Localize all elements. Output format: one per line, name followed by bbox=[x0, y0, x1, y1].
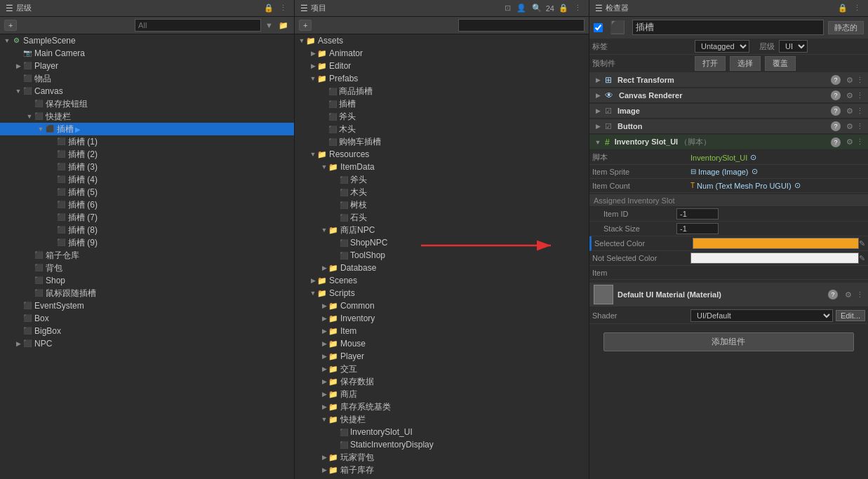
button-header[interactable]: ☑ Button ? ⚙ ⋮ bbox=[589, 119, 868, 134]
hierarchy-scene-btn[interactable]: 📁 bbox=[277, 21, 290, 30]
hierarchy-add-btn[interactable]: + bbox=[4, 20, 17, 31]
project-item-toolshop[interactable]: ⬛ ToolShop bbox=[295, 249, 589, 262]
hierarchy-more-btn[interactable]: ⋮ bbox=[278, 4, 288, 13]
inv-slot-ui-help[interactable]: ? bbox=[831, 137, 841, 147]
open-btn[interactable]: 打开 bbox=[695, 56, 726, 71]
hierarchy-item-bigbox[interactable]: ⬛ BigBox bbox=[0, 325, 294, 337]
inspector-lock-btn[interactable]: 🔒 bbox=[836, 4, 849, 13]
hierarchy-item-npc[interactable]: ⬛ NPC bbox=[0, 337, 294, 350]
project-item-common[interactable]: 📁 Common bbox=[295, 299, 589, 312]
project-item-database[interactable]: 📁 Database bbox=[295, 262, 589, 274]
selected-color-edit-icon[interactable]: ✎ bbox=[859, 239, 865, 248]
project-item-invslot-cs[interactable]: ⬛ InventorySlot_UI bbox=[295, 426, 589, 438]
project-item-kuaijielan-f[interactable]: 📁 快捷栏 bbox=[295, 413, 589, 426]
project-search[interactable] bbox=[458, 19, 585, 32]
hierarchy-item-wupin[interactable]: ⬛ 物品 bbox=[0, 72, 294, 85]
project-item-baocun-f[interactable]: 📁 保存数据 bbox=[295, 375, 589, 388]
project-item-player-f[interactable]: 📁 Player bbox=[295, 350, 589, 363]
project-item-editor[interactable]: 📁 Editor bbox=[295, 60, 589, 72]
project-item-sprites[interactable]: 📁 Sprites bbox=[295, 476, 589, 479]
not-selected-color-swatch[interactable] bbox=[690, 252, 859, 264]
hierarchy-item-chacao9[interactable]: ⬛ 插槽 (9) bbox=[0, 236, 294, 249]
rect-transform-header[interactable]: ⊞ Rect Transform ? ⚙ ⋮ bbox=[589, 73, 868, 88]
project-item-prefabs[interactable]: 📁 Prefabs bbox=[295, 72, 589, 85]
project-item-item-f[interactable]: 📁 Item bbox=[295, 325, 589, 337]
project-item-xiangzi-kucun[interactable]: 📁 箱子库存 bbox=[295, 464, 589, 476]
project-item-scenes[interactable]: 📁 Scenes bbox=[295, 274, 589, 287]
item-count-circle-icon[interactable]: ⊙ bbox=[794, 181, 801, 190]
project-item-shitou[interactable]: ⬛ 石头 bbox=[295, 211, 589, 224]
image-header[interactable]: ☑ Image ? ⚙ ⋮ bbox=[589, 104, 868, 119]
project-item-mouse-f[interactable]: 📁 Mouse bbox=[295, 337, 589, 350]
project-item-futou-r[interactable]: ⬛ 斧头 bbox=[295, 173, 589, 186]
object-name-input[interactable] bbox=[632, 20, 824, 35]
hierarchy-item-chacao8[interactable]: ⬛ 插槽 (8) bbox=[0, 224, 294, 236]
project-item-shangdian[interactable]: 📁 商店 bbox=[295, 388, 589, 400]
project-item-assets[interactable]: 📁 Assets bbox=[295, 34, 589, 47]
hierarchy-item-shubiao[interactable]: ⬛ 鼠标跟随插槽 bbox=[0, 287, 294, 299]
project-icon-btn1[interactable]: ⊡ bbox=[503, 4, 512, 13]
hierarchy-item-chacao1[interactable]: ⬛ 插槽 (1) bbox=[0, 135, 294, 148]
project-icon-btn2[interactable]: 👤 bbox=[515, 4, 528, 13]
hierarchy-item-chacao7[interactable]: ⬛ 插槽 (7) bbox=[0, 211, 294, 224]
project-item-animator[interactable]: 📁 Animator bbox=[295, 47, 589, 60]
project-item-wanjia-beibao[interactable]: 📁 玩家背包 bbox=[295, 451, 589, 464]
hierarchy-search[interactable] bbox=[135, 19, 261, 32]
project-item-shumu[interactable]: ⬛ 树枝 bbox=[295, 198, 589, 211]
project-icon-btn3[interactable]: 🔍 bbox=[530, 4, 543, 13]
project-item-mutou[interactable]: ⬛ 木头 bbox=[295, 123, 589, 135]
hierarchy-item-canvas[interactable]: ⬛ Canvas bbox=[0, 85, 294, 97]
overwrite-btn[interactable]: 覆盖 bbox=[765, 56, 796, 71]
canvas-renderer-help[interactable]: ? bbox=[831, 90, 841, 100]
hierarchy-filter-btn[interactable]: ▼ bbox=[264, 21, 274, 29]
static-btn[interactable]: 静态的 bbox=[828, 21, 864, 34]
image-help[interactable]: ? bbox=[831, 106, 841, 116]
project-item-mutou-r[interactable]: ⬛ 木头 bbox=[295, 186, 589, 198]
active-checkbox[interactable] bbox=[594, 23, 603, 32]
hierarchy-item-baocun[interactable]: ⬛ 保存按钮组 bbox=[0, 97, 294, 110]
item-sprite-circle-icon[interactable]: ⊙ bbox=[752, 167, 758, 176]
item-id-input[interactable] bbox=[676, 208, 719, 220]
project-item-shangpin[interactable]: ⬛ 商品插槽 bbox=[295, 85, 589, 97]
hierarchy-item-xiangzi[interactable]: ⬛ 箱子仓库 bbox=[0, 249, 294, 262]
not-selected-color-edit-icon[interactable]: ✎ bbox=[859, 254, 865, 263]
hierarchy-item-chacao[interactable]: ⬛ 插槽 ▶ bbox=[0, 123, 294, 135]
material-header[interactable]: Default UI Material (Material) ? ⚙ ⋮ bbox=[589, 283, 868, 307]
material-help[interactable]: ? bbox=[828, 290, 838, 299]
select-btn[interactable]: 选择 bbox=[730, 56, 761, 71]
project-item-gouwu[interactable]: ⬛ 购物车插槽 bbox=[295, 135, 589, 148]
button-help[interactable]: ? bbox=[831, 121, 841, 131]
hierarchy-item-chacao3[interactable]: ⬛ 插槽 (3) bbox=[0, 161, 294, 173]
hierarchy-item-chacao2[interactable]: ⬛ 插槽 (2) bbox=[0, 148, 294, 161]
hierarchy-item-chacao6[interactable]: ⬛ 插槽 (6) bbox=[0, 198, 294, 211]
inv-slot-ui-header[interactable]: # Inventory Slot_UI （脚本） ? ⚙ ⋮ bbox=[589, 135, 868, 150]
stack-size-input[interactable] bbox=[676, 223, 719, 234]
rect-transform-help[interactable]: ? bbox=[831, 75, 841, 85]
shader-edit-btn[interactable]: Edit... bbox=[836, 310, 865, 321]
hierarchy-item-beibao[interactable]: ⬛ 背包 bbox=[0, 262, 294, 274]
layer-dropdown[interactable]: UI bbox=[779, 40, 808, 53]
project-item-resources[interactable]: 📁 Resources bbox=[295, 148, 589, 161]
hierarchy-item-chacao5[interactable]: ⬛ 插槽 (5) bbox=[0, 186, 294, 198]
inspector-more-btn[interactable]: ⋮ bbox=[852, 4, 862, 13]
hierarchy-item-eventsystem[interactable]: ⬛ EventSystem bbox=[0, 299, 294, 312]
project-item-shangnpc[interactable]: 📁 商店NPC bbox=[295, 224, 589, 236]
canvas-renderer-header[interactable]: 👁 Canvas Renderer ? ⚙ ⋮ bbox=[589, 88, 868, 103]
add-component-btn[interactable]: 添加组件 bbox=[603, 332, 854, 351]
shader-dropdown[interactable]: UI/Default bbox=[690, 309, 833, 322]
hierarchy-item-maincamera[interactable]: 📷 Main Camera bbox=[0, 47, 294, 60]
project-more-btn[interactable]: ⋮ bbox=[573, 4, 583, 13]
hierarchy-lock-btn[interactable]: 🔒 bbox=[262, 4, 275, 13]
project-item-jiaohui[interactable]: 📁 交互 bbox=[295, 363, 589, 375]
project-item-shopnpc[interactable]: ⬛ ShopNPC bbox=[295, 236, 589, 249]
hierarchy-item-player[interactable]: ⬛ Player bbox=[0, 60, 294, 72]
project-item-kucu[interactable]: 📁 库存系统基类 bbox=[295, 400, 589, 413]
project-add-btn[interactable]: + bbox=[299, 20, 312, 31]
project-item-futou[interactable]: ⬛ 斧头 bbox=[295, 110, 589, 123]
hierarchy-item-kuaijielan[interactable]: ⬛ 快捷栏 bbox=[0, 110, 294, 123]
project-item-inventory-f[interactable]: 📁 Inventory bbox=[295, 312, 589, 325]
hierarchy-item-samplescene[interactable]: ⚙ SampleScene bbox=[0, 34, 294, 47]
project-item-scripts[interactable]: 📁 Scripts bbox=[295, 287, 589, 299]
hierarchy-item-chacao4[interactable]: ⬛ 插槽 (4) bbox=[0, 173, 294, 186]
project-lock-btn[interactable]: 🔒 bbox=[557, 4, 570, 13]
